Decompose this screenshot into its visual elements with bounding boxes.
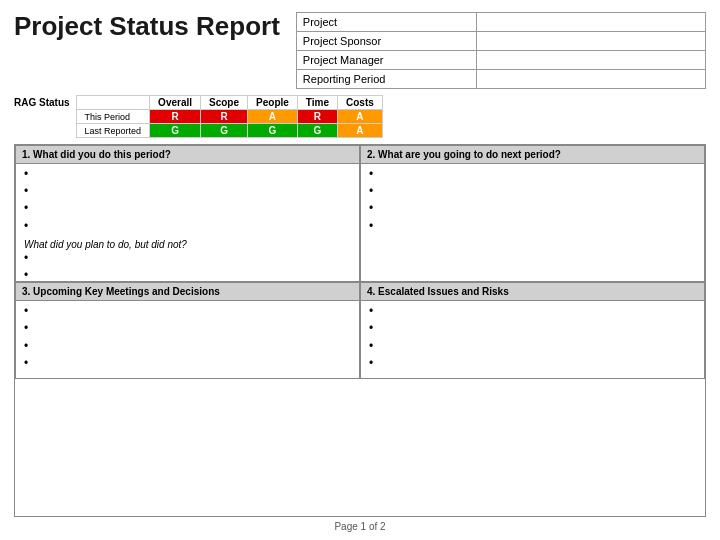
bullet-item-1-2	[24, 202, 351, 215]
rag-col-header-4: Costs	[338, 96, 383, 110]
quadrant-header-2: 2. What are you going to do next period?	[361, 146, 704, 164]
bullet-item-3-3	[24, 357, 351, 370]
rag-row-label-1: Last Reported	[76, 124, 150, 138]
rag-cell-1-4: A	[338, 124, 383, 138]
rag-row-label-0: This Period	[76, 110, 150, 124]
main-grid: 1. What did you do this period?What did …	[14, 144, 706, 517]
bullet-item-4-3	[369, 357, 696, 370]
header-row: Project Status Report Project Project Sp…	[14, 12, 706, 89]
bullet-list-1	[24, 168, 351, 233]
sub-header-1: What did you plan to do, but did not?	[24, 239, 351, 250]
rag-cell-0-1: R	[201, 110, 248, 124]
quadrant-2: 2. What are you going to do next period?	[360, 145, 705, 282]
sub-bullet-item-1-1	[24, 269, 351, 282]
rag-col-empty	[76, 96, 150, 110]
bullet-item-4-0	[369, 305, 696, 318]
rag-table: OverallScopePeopleTimeCostsThis PeriodRR…	[76, 95, 383, 138]
rag-cell-0-4: A	[338, 110, 383, 124]
rag-cell-1-2: G	[248, 124, 298, 138]
bullet-item-4-1	[369, 322, 696, 335]
rag-cell-0-0: R	[150, 110, 201, 124]
quadrant-header-4: 4. Escalated Issues and Risks	[361, 283, 704, 301]
quadrant-3: 3. Upcoming Key Meetings and Decisions	[15, 282, 360, 379]
bullet-item-3-1	[24, 322, 351, 335]
rag-col-header-1: Scope	[201, 96, 248, 110]
rag-cell-0-2: A	[248, 110, 298, 124]
bullet-list-2	[369, 168, 696, 233]
quadrant-header-3: 3. Upcoming Key Meetings and Decisions	[16, 283, 359, 301]
header-info-table: Project Project Sponsor Project Manager …	[296, 12, 706, 89]
sponsor-label: Project Sponsor	[296, 32, 476, 51]
quadrant-1: 1. What did you do this period?What did …	[15, 145, 360, 282]
quadrant-4: 4. Escalated Issues and Risks	[360, 282, 705, 379]
project-label: Project	[296, 13, 476, 32]
rag-cell-0-3: R	[297, 110, 337, 124]
sub-bullet-item-1-0	[24, 252, 351, 265]
bullet-item-2-1	[369, 185, 696, 198]
quadrant-body-2	[361, 164, 704, 281]
rag-col-header-0: Overall	[150, 96, 201, 110]
rag-col-header-3: Time	[297, 96, 337, 110]
period-label: Reporting Period	[296, 70, 476, 89]
bullet-list-3	[24, 305, 351, 370]
bullet-item-3-0	[24, 305, 351, 318]
rag-label: RAG Status	[14, 95, 70, 108]
bullet-item-4-2	[369, 340, 696, 353]
quadrant-header-1: 1. What did you do this period?	[16, 146, 359, 164]
rag-cell-1-3: G	[297, 124, 337, 138]
bullet-item-1-1	[24, 185, 351, 198]
page-footer: Page 1 of 2	[14, 517, 706, 532]
bullet-item-3-2	[24, 340, 351, 353]
rag-col-header-2: People	[248, 96, 298, 110]
period-value	[476, 70, 705, 89]
bullet-item-1-3	[24, 220, 351, 233]
rag-section: RAG Status OverallScopePeopleTimeCostsTh…	[14, 95, 706, 138]
manager-value	[476, 51, 705, 70]
bullet-item-2-0	[369, 168, 696, 181]
sponsor-value	[476, 32, 705, 51]
bullet-item-1-0	[24, 168, 351, 181]
rag-cell-1-1: G	[201, 124, 248, 138]
quadrant-body-3	[16, 301, 359, 378]
manager-label: Project Manager	[296, 51, 476, 70]
quadrant-body-4	[361, 301, 704, 378]
quadrant-body-1: What did you plan to do, but did not?	[16, 164, 359, 282]
bullet-item-2-3	[369, 220, 696, 233]
bullet-item-2-2	[369, 202, 696, 215]
report-title: Project Status Report	[14, 12, 280, 41]
project-value	[476, 13, 705, 32]
bullet-list-4	[369, 305, 696, 370]
rag-cell-1-0: G	[150, 124, 201, 138]
page: Project Status Report Project Project Sp…	[0, 0, 720, 540]
sub-bullet-list-1	[24, 252, 351, 282]
